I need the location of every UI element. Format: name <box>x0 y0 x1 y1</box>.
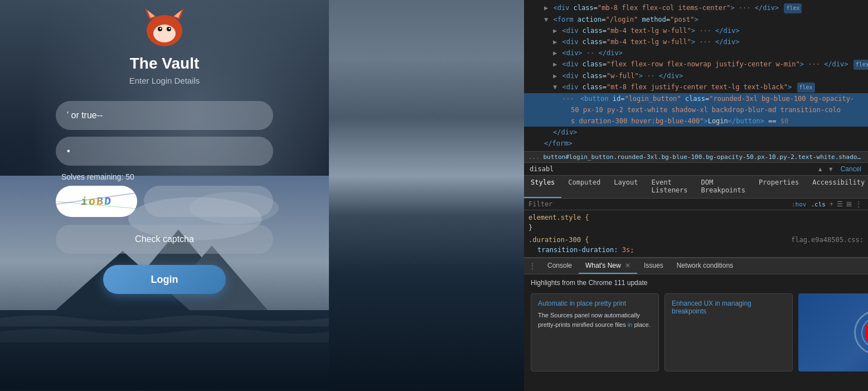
svg-point-15 <box>160 28 162 30</box>
video-play-button[interactable] <box>865 324 868 341</box>
login-content: The Vault Enter Login Details Solves rem… <box>0 6 329 294</box>
tab-properties[interactable]: Properties <box>752 176 806 198</box>
tab-event-listeners[interactable]: Event Listeners <box>645 176 695 198</box>
html-line-6: ▶ <div class="flex flex-row flex-nowrap … <box>524 59 868 70</box>
tab-issues[interactable]: Issues <box>637 258 670 274</box>
news-card-1-text: The Sources panel now automatically pret… <box>538 311 652 329</box>
tab-dom-breakpoints[interactable]: DOM Breakpoints <box>695 176 752 198</box>
filter-bar: Filter :hov .cls + ☰ ⊞ ⋮ <box>524 199 868 210</box>
captcha-answer-input[interactable] <box>144 186 273 217</box>
css-element-style-selector: element.style { <box>528 213 864 223</box>
in-place-link[interactable]: in <box>628 321 633 328</box>
news-video-thumbnail[interactable]: new <box>798 293 868 371</box>
add-style-btn[interactable]: + <box>828 200 835 208</box>
app-title: The Vault <box>130 55 199 73</box>
svg-point-12 <box>153 25 176 42</box>
html-line-4: ▶ <div class="mb-4 text-lg w-full"> ··· … <box>524 36 868 47</box>
html-line-5: ▶ <div> ·· </div> <box>524 47 868 59</box>
css-element-style-close: } <box>528 223 864 233</box>
html-line-form: ▼ <form action="/login" method="post"> <box>524 14 868 25</box>
filter-up-btn[interactable]: ▲ <box>815 165 826 173</box>
html-line-1: ▶ <div class="mb-8 flex flex-col items-c… <box>524 2 868 14</box>
css-duration-property: transition-duration: 3s; <box>528 245 864 255</box>
tab-network-conditions[interactable]: Network conditions <box>670 258 740 274</box>
filter-cls[interactable]: .cls <box>811 201 826 208</box>
cancel-button[interactable]: Cancel <box>836 164 866 174</box>
html-line-btn-end: s duration-300 hover:bg-blue-400">Login<… <box>524 115 868 127</box>
html-line-close-form: </form> <box>524 138 868 149</box>
new-style-rule-btn[interactable]: ☰ <box>835 200 845 208</box>
svg-point-16 <box>169 28 171 30</box>
html-line-3: ▶ <div class="mb-4 text-lg w-full"> ··· … <box>524 25 868 36</box>
fox-icon <box>139 6 190 50</box>
more-options-btn[interactable]: ⋮ <box>854 200 864 208</box>
highlights-text: Highlights from the Chrome 111 update <box>524 274 868 290</box>
bottom-devtools: ⋮ Console What's New ✕ Issues Network co… <box>524 258 868 391</box>
solves-remaining-label: Solves remaining: 50 <box>61 172 279 181</box>
captcha-text: ioBD <box>80 195 113 208</box>
news-cards: Automatic in place pretty print The Sour… <box>524 290 868 375</box>
website-background <box>329 0 524 391</box>
breadcrumb: ... button#login_button.rounded-3xl.bg-b… <box>524 152 868 163</box>
css-rules: element.style { } .duration-300 { flag.e… <box>524 210 868 258</box>
filter-input[interactable] <box>526 164 815 174</box>
more-tabs-icon[interactable]: ⋮ <box>524 262 541 271</box>
login-button[interactable]: Login <box>103 265 226 294</box>
html-line-btn-cont: 50 px-10 py-2 text-white shadow-xl backd… <box>524 104 868 115</box>
news-card-1-title: Automatic in place pretty print <box>538 300 652 307</box>
css-duration-selector: .duration-300 { flag.e9a48505.css: <box>528 235 864 245</box>
tab-console[interactable]: Console <box>541 258 579 274</box>
website-screenshot <box>329 0 524 391</box>
news-card-2: Enhanced UX in managing breakpoints <box>665 293 793 371</box>
html-line-close-div: </div> <box>524 127 868 138</box>
username-input[interactable] <box>56 101 273 130</box>
toggle-classes-btn[interactable]: ⊞ <box>845 200 854 208</box>
bottom-tabs: ⋮ Console What's New ✕ Issues Network co… <box>524 258 868 274</box>
devtools-panel: ▶ <div class="mb-8 flex flex-col items-c… <box>524 0 868 391</box>
tab-accessibility[interactable]: Accessibility <box>806 176 868 198</box>
html-line-7: ▶ <div class="w-full"> ·· </div> <box>524 70 868 81</box>
close-whats-new-icon[interactable]: ✕ <box>625 262 631 269</box>
styles-tabs: Styles Computed Layout Event Listeners D… <box>524 176 868 199</box>
tab-layout[interactable]: Layout <box>607 176 644 198</box>
html-line-8: ▼ <div class="mt-8 flex justify-center t… <box>524 81 868 93</box>
app-subtitle: Enter Login Details <box>129 76 200 85</box>
tab-styles[interactable]: Styles <box>524 176 561 198</box>
password-input[interactable] <box>56 137 273 166</box>
html-inspector: ▶ <div class="mb-8 flex flex-col items-c… <box>524 0 868 152</box>
filter-label: Filter <box>528 200 792 208</box>
bottom-content: Highlights from the Chrome 111 update Au… <box>524 274 868 391</box>
filter-section: ▲ ▼ Cancel <box>524 163 868 176</box>
captcha-row: ioBD <box>56 186 273 217</box>
html-line-btn: ··· <button id="login_button" class="rou… <box>524 93 868 104</box>
captcha-image: ioBD <box>56 186 137 217</box>
news-card-1: Automatic in place pretty print The Sour… <box>531 293 659 371</box>
tab-whats-new[interactable]: What's New ✕ <box>579 258 637 274</box>
filter-down-btn[interactable]: ▼ <box>826 165 836 173</box>
filter-pseudo[interactable]: :hov <box>792 201 807 208</box>
check-captcha-button[interactable]: Check captcha <box>56 225 273 254</box>
login-panel: The Vault Enter Login Details Solves rem… <box>0 0 329 391</box>
tab-computed[interactable]: Computed <box>561 176 607 198</box>
filter-row: ▲ ▼ Cancel <box>524 163 868 176</box>
dots-icon: ... <box>528 153 544 161</box>
news-card-2-title: Enhanced UX in managing breakpoints <box>672 300 785 315</box>
